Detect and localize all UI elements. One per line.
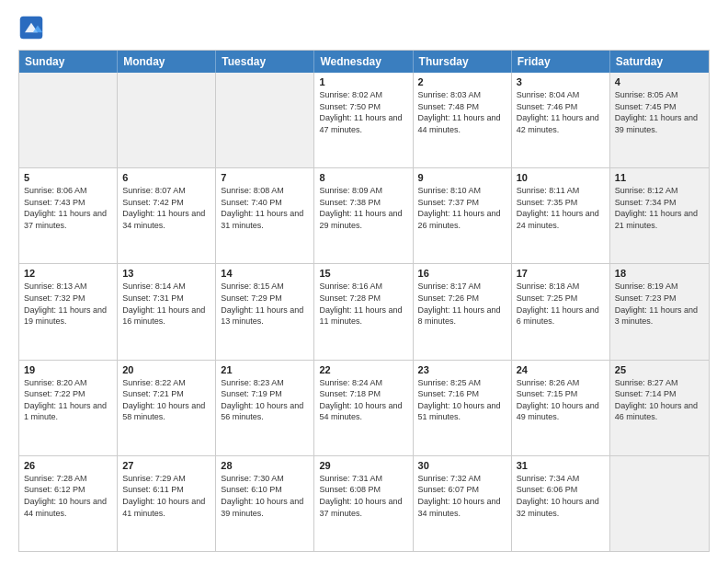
day-number: 22 <box>319 364 407 375</box>
calendar-row-2: 12Sunrise: 8:13 AMSunset: 7:32 PMDayligh… <box>19 264 709 360</box>
cell-info: Sunrise: 7:28 AMSunset: 6:12 PMDaylight:… <box>24 473 112 519</box>
calendar-cell: 14Sunrise: 8:15 AMSunset: 7:29 PMDayligh… <box>216 264 314 359</box>
header-day-sunday: Sunday <box>19 51 118 73</box>
calendar-cell: 27Sunrise: 7:29 AMSunset: 6:11 PMDayligh… <box>118 456 216 551</box>
header-day-saturday: Saturday <box>610 51 709 73</box>
cell-info: Sunrise: 7:34 AMSunset: 6:06 PMDaylight:… <box>517 473 605 519</box>
day-number: 20 <box>122 364 210 375</box>
cell-info: Sunrise: 8:20 AMSunset: 7:22 PMDaylight:… <box>24 377 112 423</box>
calendar-row-4: 26Sunrise: 7:28 AMSunset: 6:12 PMDayligh… <box>19 456 709 551</box>
calendar-cell: 31Sunrise: 7:34 AMSunset: 6:06 PMDayligh… <box>512 456 610 551</box>
cell-info: Sunrise: 7:32 AMSunset: 6:07 PMDaylight:… <box>418 473 506 519</box>
calendar-cell: 26Sunrise: 7:28 AMSunset: 6:12 PMDayligh… <box>19 456 118 551</box>
calendar-cell: 24Sunrise: 8:26 AMSunset: 7:15 PMDayligh… <box>512 361 610 455</box>
cell-info: Sunrise: 8:12 AMSunset: 7:34 PMDaylight:… <box>615 185 704 231</box>
calendar: SundayMondayTuesdayWednesdayThursdayFrid… <box>18 50 710 552</box>
calendar-cell: 18Sunrise: 8:19 AMSunset: 7:23 PMDayligh… <box>610 264 709 359</box>
day-number: 11 <box>615 172 704 183</box>
logo <box>18 15 48 40</box>
calendar-cell: 30Sunrise: 7:32 AMSunset: 6:07 PMDayligh… <box>414 456 512 551</box>
calendar-cell: 1Sunrise: 8:02 AMSunset: 7:50 PMDaylight… <box>314 73 413 167</box>
header-day-wednesday: Wednesday <box>314 51 413 73</box>
day-number: 25 <box>615 364 704 375</box>
day-number: 8 <box>319 172 407 183</box>
cell-info: Sunrise: 7:30 AMSunset: 6:10 PMDaylight:… <box>221 473 309 519</box>
calendar-cell: 10Sunrise: 8:11 AMSunset: 7:35 PMDayligh… <box>512 168 610 263</box>
calendar-cell: 17Sunrise: 8:18 AMSunset: 7:25 PMDayligh… <box>512 264 610 359</box>
day-number: 17 <box>517 268 605 279</box>
cell-info: Sunrise: 8:11 AMSunset: 7:35 PMDaylight:… <box>517 185 605 231</box>
calendar-row-3: 19Sunrise: 8:20 AMSunset: 7:22 PMDayligh… <box>19 361 709 456</box>
day-number: 19 <box>24 364 112 375</box>
calendar-cell: 5Sunrise: 8:06 AMSunset: 7:43 PMDaylight… <box>19 168 118 263</box>
day-number: 21 <box>221 364 309 375</box>
calendar-cell <box>118 73 216 167</box>
cell-info: Sunrise: 8:22 AMSunset: 7:21 PMDaylight:… <box>122 377 210 423</box>
calendar-cell: 19Sunrise: 8:20 AMSunset: 7:22 PMDayligh… <box>19 361 118 455</box>
calendar-cell: 11Sunrise: 8:12 AMSunset: 7:34 PMDayligh… <box>610 168 709 263</box>
calendar-cell: 8Sunrise: 8:09 AMSunset: 7:38 PMDaylight… <box>314 168 413 263</box>
cell-info: Sunrise: 8:23 AMSunset: 7:19 PMDaylight:… <box>221 377 309 423</box>
cell-info: Sunrise: 8:25 AMSunset: 7:16 PMDaylight:… <box>418 377 506 423</box>
cell-info: Sunrise: 8:26 AMSunset: 7:15 PMDaylight:… <box>517 377 605 423</box>
day-number: 18 <box>615 268 704 279</box>
cell-info: Sunrise: 8:06 AMSunset: 7:43 PMDaylight:… <box>24 185 112 231</box>
calendar-cell: 9Sunrise: 8:10 AMSunset: 7:37 PMDaylight… <box>414 168 512 263</box>
calendar-cell: 20Sunrise: 8:22 AMSunset: 7:21 PMDayligh… <box>118 361 216 455</box>
calendar-header: SundayMondayTuesdayWednesdayThursdayFrid… <box>19 51 709 73</box>
calendar-body: 1Sunrise: 8:02 AMSunset: 7:50 PMDaylight… <box>19 73 709 551</box>
day-number: 15 <box>319 268 407 279</box>
header-day-monday: Monday <box>118 51 216 73</box>
day-number: 2 <box>418 76 506 87</box>
calendar-cell <box>19 73 118 167</box>
cell-info: Sunrise: 8:07 AMSunset: 7:42 PMDaylight:… <box>122 185 210 231</box>
calendar-cell: 25Sunrise: 8:27 AMSunset: 7:14 PMDayligh… <box>610 361 709 455</box>
calendar-cell: 16Sunrise: 8:17 AMSunset: 7:26 PMDayligh… <box>414 264 512 359</box>
calendar-cell: 13Sunrise: 8:14 AMSunset: 7:31 PMDayligh… <box>118 264 216 359</box>
day-number: 5 <box>24 172 112 183</box>
cell-info: Sunrise: 8:13 AMSunset: 7:32 PMDaylight:… <box>24 281 112 327</box>
day-number: 13 <box>122 268 210 279</box>
cell-info: Sunrise: 8:05 AMSunset: 7:45 PMDaylight:… <box>615 89 704 135</box>
header-day-thursday: Thursday <box>414 51 512 73</box>
calendar-cell: 12Sunrise: 8:13 AMSunset: 7:32 PMDayligh… <box>19 264 118 359</box>
cell-info: Sunrise: 8:15 AMSunset: 7:29 PMDaylight:… <box>221 281 309 327</box>
calendar-cell: 23Sunrise: 8:25 AMSunset: 7:16 PMDayligh… <box>414 361 512 455</box>
calendar-cell <box>216 73 314 167</box>
calendar-cell: 7Sunrise: 8:08 AMSunset: 7:40 PMDaylight… <box>216 168 314 263</box>
day-number: 26 <box>24 460 112 471</box>
cell-info: Sunrise: 8:04 AMSunset: 7:46 PMDaylight:… <box>517 89 605 135</box>
day-number: 3 <box>517 76 605 87</box>
day-number: 6 <box>122 172 210 183</box>
cell-info: Sunrise: 8:03 AMSunset: 7:48 PMDaylight:… <box>418 89 506 135</box>
calendar-cell: 15Sunrise: 8:16 AMSunset: 7:28 PMDayligh… <box>314 264 413 359</box>
logo-icon <box>18 15 44 40</box>
header-day-tuesday: Tuesday <box>216 51 314 73</box>
cell-info: Sunrise: 8:09 AMSunset: 7:38 PMDaylight:… <box>319 185 407 231</box>
calendar-cell: 29Sunrise: 7:31 AMSunset: 6:08 PMDayligh… <box>314 456 413 551</box>
day-number: 24 <box>517 364 605 375</box>
day-number: 14 <box>221 268 309 279</box>
day-number: 4 <box>615 76 704 87</box>
calendar-cell <box>610 456 709 551</box>
cell-info: Sunrise: 8:24 AMSunset: 7:18 PMDaylight:… <box>319 377 407 423</box>
day-number: 9 <box>418 172 506 183</box>
day-number: 31 <box>517 460 605 471</box>
cell-info: Sunrise: 8:08 AMSunset: 7:40 PMDaylight:… <box>221 185 309 231</box>
cell-info: Sunrise: 8:02 AMSunset: 7:50 PMDaylight:… <box>319 89 407 135</box>
day-number: 1 <box>319 76 407 87</box>
calendar-cell: 21Sunrise: 8:23 AMSunset: 7:19 PMDayligh… <box>216 361 314 455</box>
day-number: 29 <box>319 460 407 471</box>
cell-info: Sunrise: 8:27 AMSunset: 7:14 PMDaylight:… <box>615 377 704 423</box>
day-number: 28 <box>221 460 309 471</box>
calendar-row-1: 5Sunrise: 8:06 AMSunset: 7:43 PMDaylight… <box>19 168 709 264</box>
calendar-cell: 6Sunrise: 8:07 AMSunset: 7:42 PMDaylight… <box>118 168 216 263</box>
day-number: 16 <box>418 268 506 279</box>
cell-info: Sunrise: 8:18 AMSunset: 7:25 PMDaylight:… <box>517 281 605 327</box>
calendar-cell: 2Sunrise: 8:03 AMSunset: 7:48 PMDaylight… <box>414 73 512 167</box>
cell-info: Sunrise: 8:16 AMSunset: 7:28 PMDaylight:… <box>319 281 407 327</box>
calendar-cell: 28Sunrise: 7:30 AMSunset: 6:10 PMDayligh… <box>216 456 314 551</box>
calendar-cell: 3Sunrise: 8:04 AMSunset: 7:46 PMDaylight… <box>512 73 610 167</box>
cell-info: Sunrise: 8:17 AMSunset: 7:26 PMDaylight:… <box>418 281 506 327</box>
day-number: 7 <box>221 172 309 183</box>
